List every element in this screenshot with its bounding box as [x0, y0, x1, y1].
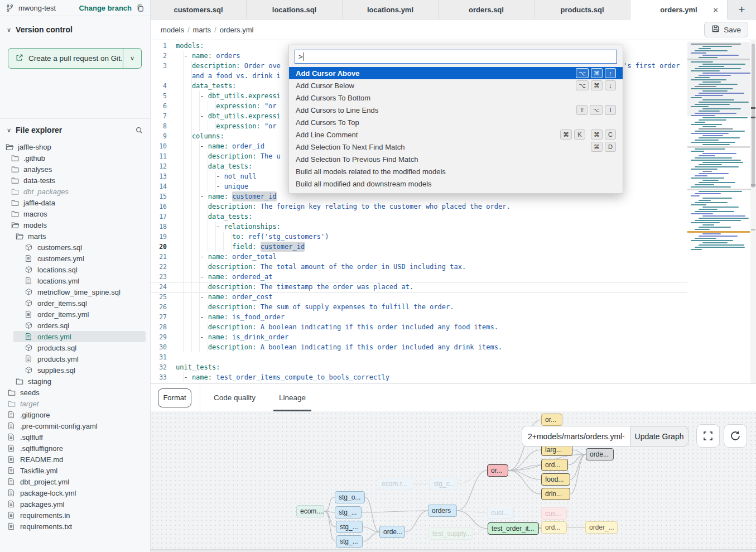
- file-tree-item-requirements-txt[interactable]: requirements.txt: [0, 521, 150, 532]
- command-item[interactable]: Add Cursor Above⌥⌘↑: [289, 67, 623, 79]
- file-tree-item-dbt-project-yml[interactable]: dbt_project.yml: [0, 476, 150, 487]
- copy-branch-icon[interactable]: [136, 4, 145, 12]
- command-item[interactable]: Add Cursors to Line Ends⇧⌥I: [289, 104, 623, 116]
- file-tree-item-requirements-in[interactable]: requirements.in: [0, 510, 150, 521]
- fullscreen-icon[interactable]: [696, 424, 720, 448]
- file-tree-item-products-sql[interactable]: products.sql: [0, 342, 150, 353]
- command-item[interactable]: Add Cursors To Bottom: [289, 92, 623, 104]
- file-tree-item-order-items-sql[interactable]: order_items.sql: [0, 297, 150, 309]
- lineage-node-orders[interactable]: orders: [428, 505, 457, 517]
- code-line[interactable]: 16description: The foreign key relating …: [151, 201, 756, 212]
- editor-vertical-scrollbar[interactable]: [750, 40, 756, 383]
- file-tree-item-jaffle-data[interactable]: jaffle-data: [0, 197, 150, 208]
- lineage-node-stg_[interactable]: stg_...: [335, 506, 362, 519]
- file-tree-item-customers-yml[interactable]: customers.yml: [0, 253, 150, 264]
- code-line[interactable]: 30description: A boolean indicating if t…: [151, 342, 756, 352]
- lineage-node-ecom[interactable]: ecom....: [296, 505, 324, 517]
- lineage-node-ord[interactable]: ord...: [541, 521, 567, 534]
- close-icon[interactable]: ×: [713, 5, 718, 15]
- file-tree-item-target[interactable]: target: [0, 398, 150, 409]
- code-line[interactable]: 26description: The sum of supply expense…: [151, 302, 756, 312]
- file-tree-item-metricflow-time-spine-sql[interactable]: metricflow_time_spine.sql: [0, 286, 150, 297]
- refresh-icon[interactable]: [724, 424, 747, 448]
- lineage-node-or[interactable]: or...: [487, 464, 508, 477]
- file-tree-item-customers-sql[interactable]: customers.sql: [0, 242, 150, 253]
- minimap[interactable]: [687, 40, 750, 383]
- code-line[interactable]: 22description: The total amount of the o…: [151, 262, 756, 272]
- file-tree-item-macros[interactable]: macros: [0, 208, 150, 219]
- code-editor[interactable]: 1models:2- name: orders3description: Ord…: [151, 40, 756, 383]
- lineage-graph[interactable]: ecom....stg_o...stg_...stg_...stg_...ord…: [151, 411, 756, 549]
- version-control-header[interactable]: ∨ Version control: [0, 23, 150, 36]
- lineage-node-orde[interactable]: orde...: [379, 526, 405, 538]
- file-tree-item--sqlfluffignore[interactable]: .sqlfluffignore: [0, 443, 150, 454]
- code-line[interactable]: 17data_tests:: [151, 212, 756, 222]
- pr-dropdown-caret[interactable]: ∨: [123, 49, 141, 68]
- format-button[interactable]: Format: [158, 388, 191, 407]
- new-tab-button[interactable]: +: [728, 0, 756, 20]
- lineage-node-cust[interactable]: cust...: [487, 507, 514, 519]
- command-item[interactable]: Add Cursor Below⌥⌘↓: [289, 79, 623, 92]
- lineage-node-test_order_it[interactable]: test_order_it...: [488, 522, 539, 535]
- change-branch-link[interactable]: Change branch: [79, 4, 132, 12]
- scrollbar-thumb[interactable]: [752, 44, 755, 188]
- file-tree-item-data-tests[interactable]: data-tests: [0, 175, 150, 186]
- file-tree-item-seeds[interactable]: seeds: [0, 387, 150, 398]
- code-line[interactable]: 21- name: order_total: [151, 252, 756, 262]
- bottom-tab-lineage[interactable]: Lineage: [273, 384, 311, 411]
- lineage-node-stg_o[interactable]: stg_o...: [335, 491, 365, 503]
- search-icon[interactable]: [135, 126, 143, 135]
- tab-orders-sql[interactable]: orders.sql: [439, 0, 535, 20]
- file-tree-item-analyses[interactable]: analyses: [0, 164, 150, 175]
- file-tree-item-orders-yml[interactable]: orders.yml: [13, 331, 146, 342]
- code-line[interactable]: 23- name: ordered_at: [151, 272, 756, 282]
- file-explorer-header[interactable]: ∨ File explorer: [0, 123, 150, 137]
- tab-locations-yml[interactable]: locations.yml: [343, 0, 439, 20]
- file-tree-item-dbt-packages[interactable]: dbt_packages: [0, 186, 150, 197]
- tab-orders-yml[interactable]: orders.yml×: [630, 0, 728, 20]
- file-tree-item-locations-sql[interactable]: locations.sql: [0, 264, 150, 275]
- code-line[interactable]: 19to: ref('stg_customers'): [151, 232, 756, 242]
- lineage-node-stg_[interactable]: stg_...: [336, 521, 363, 533]
- file-tree-item--pre-commit-config-yaml[interactable]: .pre-commit-config.yaml: [0, 420, 150, 431]
- code-line[interactable]: 33- name: test_order_items_compute_to_bo…: [151, 372, 756, 382]
- lineage-node-drin[interactable]: drin...: [541, 488, 570, 500]
- tab-locations-sql[interactable]: locations.sql: [247, 0, 343, 20]
- code-line[interactable]: 24description: The timestamp the order w…: [151, 282, 756, 292]
- code-line[interactable]: 20field: customer_id: [151, 242, 756, 252]
- file-tree-item-taskfile-yml[interactable]: Taskfile.yml: [0, 465, 150, 476]
- file-tree-item-package-lock-yml[interactable]: package-lock.yml: [0, 487, 150, 498]
- lineage-node-order_[interactable]: order_...: [585, 521, 618, 534]
- code-line[interactable]: 32unit_tests:: [151, 362, 756, 372]
- file-tree-item-models[interactable]: models: [0, 219, 150, 231]
- command-item[interactable]: Add Selection To Next Find Match⌘D: [289, 141, 623, 153]
- save-button[interactable]: Save: [704, 22, 748, 37]
- file-tree-item-staging[interactable]: staging: [0, 376, 150, 387]
- lineage-node-cus[interactable]: cus...: [541, 507, 567, 520]
- lineage-node-test_supply[interactable]: test_supply...: [428, 527, 473, 540]
- code-line[interactable]: 25- name: order_cost: [151, 292, 756, 302]
- file-tree-item--sqlfluff[interactable]: .sqlfluff: [0, 431, 150, 443]
- lineage-node-ecomr[interactable]: ecom.r...: [378, 478, 412, 490]
- command-item[interactable]: Add Cursors To Top: [289, 116, 623, 128]
- command-item[interactable]: Add Selection To Previous Find Match: [289, 153, 623, 165]
- file-tree-item-jaffle-shop[interactable]: jaffle-shop: [0, 141, 150, 152]
- lineage-node-orde[interactable]: orde...: [586, 448, 614, 460]
- command-item[interactable]: Build all models related to the modified…: [289, 165, 623, 177]
- tab-products-sql[interactable]: products.sql: [535, 0, 630, 20]
- lineage-selector-input[interactable]: [522, 426, 630, 447]
- code-line[interactable]: 29- name: is_drink_order: [151, 332, 756, 342]
- file-tree-item-orders-sql[interactable]: orders.sql: [0, 320, 150, 331]
- lineage-node-or[interactable]: or...: [541, 414, 562, 426]
- panel-horizontal-scrollbar[interactable]: [151, 549, 756, 552]
- file-tree-item-supplies-sql[interactable]: supplies.sql: [0, 364, 150, 376]
- file-tree-item-products-yml[interactable]: products.yml: [0, 353, 150, 364]
- file-tree-item-marts[interactable]: marts: [0, 231, 150, 242]
- command-item[interactable]: Add Line Comment⌘K⌘C: [289, 128, 623, 141]
- code-line[interactable]: 28description: A boolean indicating if t…: [151, 322, 756, 332]
- file-tree-item-readme-md[interactable]: README.md: [0, 454, 150, 465]
- tab-customers-sql[interactable]: customers.sql: [151, 0, 247, 20]
- breadcrumb-item[interactable]: orders.yml: [220, 26, 254, 34]
- breadcrumb-item[interactable]: models: [161, 26, 184, 34]
- code-line[interactable]: 27- name: is_food_order: [151, 312, 756, 322]
